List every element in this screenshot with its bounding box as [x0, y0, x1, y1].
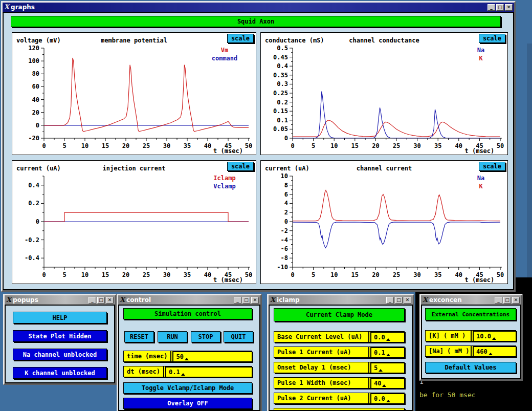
plot-title: injection current: [48, 165, 220, 172]
k-concentration-field-value[interactable]: 10.0: [474, 331, 516, 341]
minimize-button[interactable]: _: [495, 297, 502, 304]
scale-button[interactable]: scale: [479, 162, 505, 171]
svg-text:0.4: 0.4: [28, 182, 39, 189]
svg-text:t (msec): t (msec): [213, 147, 243, 155]
stop-button[interactable]: STOP: [191, 331, 220, 342]
series-K: [293, 190, 500, 221]
close-button[interactable]: ✕: [106, 297, 114, 304]
toggle-clamp-mode-button[interactable]: Toggle Vclamp/Iclamp Mode: [123, 382, 252, 394]
membrane-potential-plot: voltage (mV) membrane potential scale Vm…: [12, 32, 256, 155]
field-label: Pulse 1 Width (msec): [274, 379, 368, 386]
svg-text:60: 60: [32, 83, 39, 90]
state-plot-button[interactable]: State Plot Hidden: [13, 330, 107, 342]
svg-text:20: 20: [372, 271, 379, 278]
iclamp-titlebar[interactable]: X iclamp _ □ ✕: [269, 295, 413, 305]
minimize-button[interactable]: _: [386, 297, 394, 304]
plot-title: channel current: [297, 165, 472, 172]
legend-entry: Na: [467, 46, 495, 54]
legend-entry: Na: [467, 174, 495, 182]
injection-current-plot: current (uA) injection current scale Icl…: [12, 160, 256, 284]
na-concentration-field-value[interactable]: 460: [474, 346, 516, 356]
close-button[interactable]: ✕: [505, 4, 513, 11]
overlay-button[interactable]: Overlay OFF: [123, 398, 252, 409]
svg-text:20: 20: [122, 142, 129, 149]
external-concentrations-header: External Concentrations: [425, 308, 516, 320]
reset-button[interactable]: RESET: [124, 331, 154, 342]
graphs-titlebar[interactable]: X graphs _ □ ✕: [3, 3, 514, 12]
svg-text:15: 15: [351, 271, 359, 278]
control-titlebar[interactable]: X control _ □ ✕: [118, 295, 260, 305]
svg-text:4: 4: [284, 200, 288, 207]
maximize-button[interactable]: □: [395, 297, 403, 304]
window-title: control: [126, 296, 232, 304]
field-value-text: 50: [176, 353, 183, 360]
quit-button[interactable]: QUIT: [224, 331, 253, 342]
iclamp-window: X iclamp _ □ ✕ Current Clamp Mode Base C…: [267, 294, 414, 411]
k-channel-block-button[interactable]: K channel unblocked: [13, 367, 107, 379]
scale-button[interactable]: scale: [479, 34, 505, 43]
field-value-text: 5: [374, 364, 378, 372]
svg-text:0.35: 0.35: [273, 72, 288, 79]
dt-field-value[interactable]: 0.1: [166, 366, 252, 377]
svg-text:50: 50: [497, 271, 504, 278]
na-channel-block-button[interactable]: Na channel unblocked: [13, 349, 107, 360]
svg-text:25: 25: [143, 142, 150, 149]
field-value-text: 10.0: [476, 333, 491, 340]
svg-text:-0.2: -0.2: [25, 236, 39, 244]
scale-button[interactable]: scale: [227, 162, 254, 171]
onset-delay-field-value[interactable]: 5: [371, 362, 404, 373]
plot-legend: Iclamp Vclamp: [196, 174, 253, 190]
x11-logo-icon: X: [120, 296, 125, 304]
close-button[interactable]: ✕: [512, 297, 520, 304]
field-label: Onset Delay 1 (msec): [274, 364, 368, 371]
current-clamp-mode-header: Current Clamp Mode: [274, 308, 405, 321]
minimize-button[interactable]: _: [234, 297, 241, 304]
minimize-button[interactable]: _: [88, 297, 96, 304]
popups-content: HELP State Plot Hidden Na channel unbloc…: [5, 305, 115, 383]
x11-logo-icon: X: [4, 4, 9, 11]
field-label: [K] ( mM ): [426, 332, 471, 339]
text-cursor: [386, 400, 390, 402]
text-cursor: [492, 337, 496, 340]
svg-text:t (msec): t (msec): [213, 276, 243, 284]
window-title: exconcen: [429, 296, 493, 304]
dt-field-row: dt (msec) 0.1: [123, 366, 252, 377]
run-button[interactable]: RUN: [158, 331, 187, 342]
minimize-button[interactable]: _: [487, 4, 495, 11]
close-button[interactable]: ✕: [251, 297, 259, 304]
pulse1-width-field-value[interactable]: 40: [371, 378, 404, 388]
svg-text:0.1: 0.1: [277, 117, 288, 124]
channel-conductance-plot: conductance (mS) channel conductance sca…: [260, 32, 508, 155]
pulse2-current-field-value[interactable]: 0.0: [371, 393, 404, 403]
exconcen-titlebar[interactable]: X exconcen _ □ ✕: [421, 295, 521, 305]
maximize-button[interactable]: □: [496, 4, 504, 11]
pulse1-current-field-value[interactable]: 0.1: [371, 347, 404, 357]
svg-text:5: 5: [312, 142, 315, 149]
svg-text:25: 25: [393, 271, 400, 278]
svg-text:0.2: 0.2: [28, 200, 39, 207]
svg-text:100: 100: [28, 57, 39, 64]
legend-entry: Iclamp: [196, 174, 253, 182]
close-button[interactable]: ✕: [404, 297, 411, 304]
maximize-button[interactable]: □: [503, 297, 511, 304]
maximize-button[interactable]: □: [97, 297, 105, 304]
window-title: graphs: [11, 4, 486, 11]
time-field-value[interactable]: 50: [173, 351, 252, 361]
field-value-text: 460: [476, 348, 487, 355]
plot-title: membrane potential: [48, 37, 220, 44]
default-values-button[interactable]: Default Values: [425, 362, 516, 373]
svg-text:40: 40: [32, 96, 39, 103]
svg-text:0.15: 0.15: [273, 107, 288, 115]
series-Na: [293, 222, 500, 248]
scale-button[interactable]: scale: [227, 34, 254, 43]
text-cursor: [181, 373, 185, 376]
svg-text:0.5: 0.5: [277, 45, 288, 52]
popups-titlebar[interactable]: X popups _ □ ✕: [5, 295, 115, 305]
pulse1-width-field-row: Pulse 1 Width (msec) 40: [274, 377, 405, 388]
field-label: Pulse 2 Current (uA): [274, 395, 368, 402]
help-button[interactable]: HELP: [13, 312, 107, 323]
base-current-field-value[interactable]: 0.0: [371, 332, 404, 342]
pulse1-current-field-row: Pulse 1 Current (uA) 0.1: [274, 347, 405, 358]
maximize-button[interactable]: □: [242, 297, 250, 304]
svg-text:80: 80: [32, 70, 39, 77]
